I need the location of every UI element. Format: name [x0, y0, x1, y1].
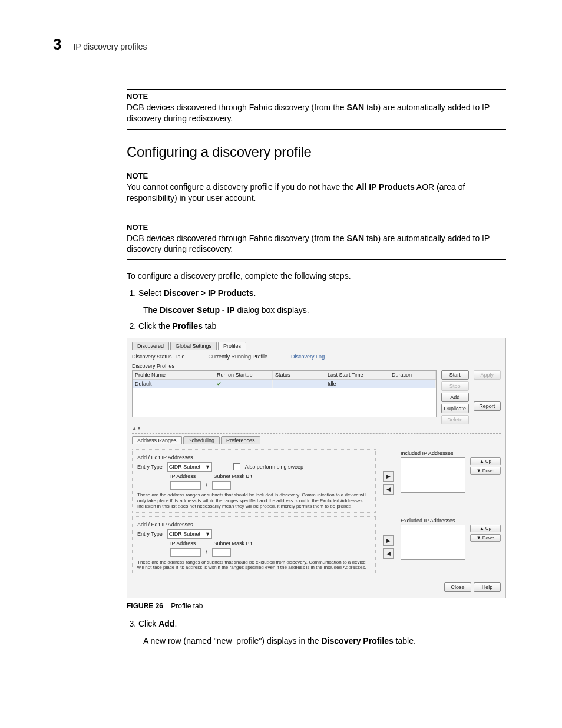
cell-run: ✔ [214, 380, 273, 388]
arrow-right-icon: ▶ [386, 538, 391, 543]
chapter-number: 3 [53, 35, 61, 54]
col-status[interactable]: Status [273, 371, 325, 379]
tab-profiles[interactable]: Profiles [218, 342, 246, 350]
apply-button[interactable]: Apply [474, 370, 501, 380]
ip-address-input-excluded[interactable] [170, 548, 201, 557]
subtab-address-ranges[interactable]: Address Ranges [132, 436, 182, 444]
note-label: NOTE [127, 223, 506, 232]
close-button[interactable]: Close [444, 582, 471, 592]
duplicate-button[interactable]: Duplicate [441, 404, 469, 413]
note-text: You cannot configure a discovery profile… [127, 182, 506, 204]
arrow-up-icon: ▲ [480, 526, 484, 531]
entry-type-select[interactable]: CIDR Subnet ▼ [167, 462, 212, 472]
main-tabrow: Discovered Global Settings Profiles [132, 342, 501, 350]
note-block-1: NOTE DCB devices discovered through Fabr… [127, 89, 506, 130]
add-button[interactable]: Add [441, 393, 469, 402]
figure-caption: FIGURE 26 Profile tab [127, 602, 506, 610]
note-label: NOTE [127, 92, 506, 101]
included-title: Add / Edit IP Addresses [137, 454, 371, 460]
down-button-excluded[interactable]: ▼Down [470, 534, 501, 542]
subnet-mask-label: Subnet Mask Bit [213, 473, 252, 479]
add-to-list-button[interactable]: ▶ [383, 471, 394, 482]
discovery-log-link[interactable]: Discovery Log [291, 354, 325, 360]
cell-status [273, 380, 325, 388]
start-button[interactable]: Start [441, 370, 469, 380]
remove-from-excluded-button[interactable]: ◀ [383, 548, 394, 559]
subtab-preferences[interactable]: Preferences [221, 436, 260, 444]
stop-button[interactable]: Stop [441, 381, 469, 391]
ping-sweep-label: Also perform ping sweep [245, 464, 303, 470]
chevron-down-icon: ▼ [205, 531, 210, 537]
subtab-scheduling[interactable]: Scheduling [183, 436, 220, 444]
cell-status-value: Idle [325, 380, 389, 388]
note-text: DCB devices discovered through Fabric di… [127, 233, 506, 255]
included-list[interactable] [401, 457, 465, 493]
ip-address-label: IP Address [170, 541, 196, 546]
discovery-status-label: Discovery Status Idle [132, 354, 185, 360]
entry-type-label: Entry Type [137, 531, 163, 537]
included-help-text: These are the address ranges or subnets … [137, 492, 371, 509]
figure-screenshot: Discovered Global Settings Profiles Disc… [127, 338, 506, 598]
arrow-down-icon: ▼ [477, 468, 481, 473]
step-3-sub: A new row (named "new_profile") displays… [143, 636, 506, 645]
excluded-panel: Add / Edit IP Addresses Entry Type CIDR … [132, 516, 376, 574]
arrow-up-icon: ▲ [480, 459, 484, 464]
note-label: NOTE [127, 172, 506, 180]
ip-address-label: IP Address [170, 473, 196, 479]
step-1: Select Discover > IP Products. [138, 288, 506, 299]
entry-type-select-excluded[interactable]: CIDR Subnet ▼ [167, 529, 212, 539]
up-button-excluded[interactable]: ▲Up [470, 525, 501, 532]
excluded-help-text: These are the address ranges or subnets … [137, 559, 371, 570]
arrow-left-icon: ◀ [386, 486, 391, 492]
remove-from-list-button[interactable]: ◀ [383, 484, 394, 495]
down-button[interactable]: ▼Down [470, 467, 501, 475]
included-panel: Add / Edit IP Addresses Entry Type CIDR … [132, 449, 376, 513]
step-3: Click Add. [138, 618, 506, 630]
up-button[interactable]: ▲Up [470, 457, 501, 465]
help-button[interactable]: Help [474, 582, 501, 592]
ip-address-input[interactable] [170, 481, 201, 490]
tab-discovered[interactable]: Discovered [132, 342, 169, 350]
page-header: 3 IP discovery profiles [53, 35, 509, 54]
currently-running-label: Currently Running Profile [209, 354, 268, 360]
note-text: DCB devices discovered through Fabric di… [127, 102, 506, 124]
table-row[interactable]: Default ✔ Idle [133, 380, 436, 388]
note-block-2: NOTE You cannot configure a discovery pr… [127, 169, 506, 209]
arrow-right-icon: ▶ [386, 473, 391, 479]
tab-global-settings[interactable]: Global Settings [170, 342, 217, 350]
report-button[interactable]: Report [474, 401, 501, 411]
col-run-on-startup[interactable]: Run on Startup [214, 371, 273, 379]
section-title: Configuring a discovery profile [127, 144, 506, 160]
subnet-mask-input[interactable] [212, 481, 231, 490]
add-to-excluded-button[interactable]: ▶ [383, 535, 394, 546]
ping-sweep-checkbox[interactable] [233, 463, 240, 470]
col-profile-name[interactable]: Profile Name [133, 371, 214, 379]
note-block-3: NOTE DCB devices discovered through Fabr… [127, 220, 506, 261]
expand-collapse-icon[interactable]: ▲▼ [132, 426, 501, 431]
cell-profile-name: Default [133, 380, 214, 388]
included-list-title: Included IP Addresses [401, 450, 501, 456]
col-last-start-time[interactable]: Last Start Time [325, 371, 389, 379]
discovery-profiles-table: Profile Name Run on Startup Status Last … [132, 370, 437, 417]
step-2: Click the Profiles tab [138, 321, 506, 332]
entry-type-label: Entry Type [137, 464, 163, 470]
cell-duration [389, 380, 436, 388]
col-duration[interactable]: Duration [389, 371, 436, 379]
excluded-list[interactable] [401, 525, 465, 560]
arrow-down-icon: ▼ [477, 535, 481, 541]
check-icon: ✔ [217, 381, 222, 387]
excluded-title: Add / Edit IP Addresses [137, 522, 371, 528]
subnet-mask-label: Subnet Mask Bit [213, 541, 252, 546]
excluded-list-title: Excluded IP Addresses [401, 518, 501, 523]
step-1-sub: The Discover Setup - IP dialog box displ… [143, 305, 506, 315]
discovery-profiles-label: Discovery Profiles [132, 363, 501, 369]
chevron-down-icon: ▼ [205, 464, 210, 470]
arrow-left-icon: ◀ [386, 551, 391, 556]
slash-separator: / [206, 483, 207, 489]
slash-separator: / [206, 549, 207, 555]
subnet-mask-input-excluded[interactable] [212, 548, 231, 557]
chapter-title: IP discovery profiles [73, 42, 147, 51]
delete-button[interactable]: Delete [441, 415, 469, 424]
intro-text: To configure a discovery profile, comple… [127, 271, 506, 282]
